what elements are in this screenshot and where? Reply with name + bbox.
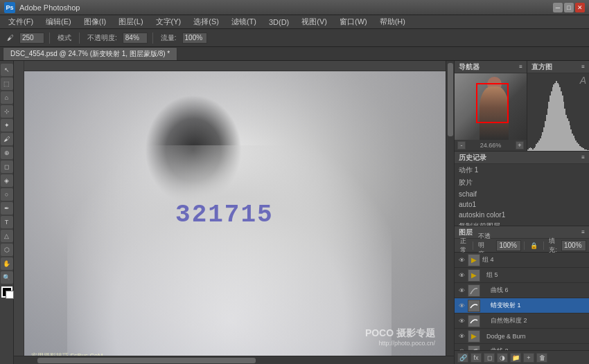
eraser-tool[interactable]: ◻ [1,161,13,173]
canvas-area[interactable]: 321715 POCO 摄影专题 http://photo.poco.cn/ 实… [14,61,446,356]
link-layers-button[interactable]: 🔗 [457,353,468,363]
layers-tb-sep3 [543,242,544,250]
history-item[interactable]: auto1 [455,199,589,210]
photo-code-text: 321715 [175,201,274,229]
history-item[interactable]: 复制当前图层 [455,220,589,226]
opacity-input[interactable] [123,33,148,44]
pen-tool[interactable]: ✒ [1,202,13,215]
clone-tool[interactable]: ⊕ [1,147,13,159]
nav-viewport-box[interactable] [476,83,509,123]
add-style-button[interactable]: fx [471,353,482,363]
layer-visibility-toggle[interactable]: 👁 [457,302,466,310]
layer-item[interactable]: 👁自然饱和度 2 [455,313,589,329]
brush-tool[interactable]: 🖌 [1,133,13,145]
layer-visibility-toggle[interactable]: 👁 [457,271,466,280]
history-item[interactable]: 胶片 [455,176,589,189]
toolbar-separator-2 [79,33,80,44]
layers-fill-label: 填充: [546,237,560,255]
history-list[interactable]: 动作 1胶片schaifauto1autoskin color1复制当前图层复制… [455,164,589,226]
menu-item-h[interactable]: 帮助(H) [374,15,411,28]
layers-menu[interactable]: ≡ [581,229,585,235]
watermark-poco: POCO 摄影专题 http://photo.poco.cn/ [365,327,435,347]
layer-visibility-toggle[interactable]: 👁 [457,286,466,295]
layer-item[interactable]: 👁曲线 6 [455,283,589,298]
new-layer-button[interactable]: + [523,353,534,363]
histogram-panel: 直方图 ≡ A [527,61,589,151]
menu-item-v[interactable]: 视图(V) [296,15,333,28]
history-item[interactable]: 动作 1 [455,164,589,176]
eyedropper-tool[interactable]: ✦ [1,119,13,131]
new-group-button[interactable]: 📁 [510,353,521,363]
zoom-tool[interactable]: 🔍 [1,271,13,284]
menu-item-i[interactable]: 图像(I) [78,15,112,28]
path-tool[interactable]: △ [1,230,13,242]
active-tab[interactable]: DSC_4554.psd @ 24.7% (新变映射 1, 图层蒙版/8) * [3,47,177,60]
vertical-scroll-thumb[interactable] [448,63,453,136]
foreground-color[interactable] [1,286,12,298]
layer-thumbnail: ▶ [468,269,480,282]
close-button[interactable]: ✕ [575,3,585,12]
horizontal-scroll-thumb[interactable] [37,358,256,363]
flow-input[interactable] [182,33,207,44]
layers-fill-input[interactable] [561,240,586,251]
menu-item-l[interactable]: 图层(L) [113,15,148,28]
layer-thumbnail: ▶ [468,330,480,343]
histogram-menu[interactable]: ≡ [581,64,585,70]
add-mask-button[interactable]: ◻ [484,353,495,363]
menu-item-dd[interactable]: 3D(D) [263,17,294,28]
maximize-button[interactable]: □ [564,3,574,12]
layer-item[interactable]: 👁▶Dodge & Burn [455,329,589,344]
brush-size-input[interactable] [19,33,44,44]
layer-item[interactable]: 👁蜡变映射 1 [455,298,589,313]
window-controls: ─ □ ✕ [553,3,585,12]
move-tool[interactable]: ↖ [1,64,13,76]
canvas-main-row: 321715 POCO 摄影专题 http://photo.poco.cn/ 实… [14,61,454,356]
layers-list[interactable]: 👁▶组 4👁▶组 5👁曲线 6👁蜡变映射 1👁自然饱和度 2👁▶Dodge & … [455,253,589,350]
menu-item-y[interactable]: 文字(Y) [150,15,187,28]
new-adjustment-button[interactable]: ◑ [497,353,508,363]
horizontal-scrollbar[interactable] [14,356,454,364]
layers-opacity-input[interactable] [496,240,521,251]
zoom-out-button[interactable]: - [457,141,466,149]
layer-thumbnail [468,300,480,312]
layer-visibility-toggle[interactable]: 👁 [457,256,466,264]
hand-tool[interactable]: ✋ [1,257,13,270]
minimize-button[interactable]: ─ [553,3,563,12]
crop-tool[interactable]: ⊹ [1,105,13,118]
history-item[interactable]: schaif [455,189,589,199]
history-item[interactable]: autoskin color1 [455,210,589,220]
text-tool[interactable]: T [1,216,13,228]
history-menu[interactable]: ≡ [581,154,585,161]
navigator-title: 导航器 [459,62,480,72]
shape-tool[interactable]: ⬡ [1,244,13,256]
zoom-in-button[interactable]: + [516,141,524,149]
background-color[interactable] [6,291,14,299]
menu-item-f[interactable]: 文件(F) [3,15,39,28]
menu-item-w[interactable]: 窗口(W) [334,15,373,28]
layer-visibility-toggle[interactable]: 👁 [457,317,466,325]
menu-item-e[interactable]: 编辑(E) [40,15,77,28]
menu-item-t[interactable]: 滤镜(T) [226,15,262,28]
menu-item-s[interactable]: 选择(S) [188,15,225,28]
marquee-tool[interactable]: ⬚ [1,78,13,90]
layer-name-label: Dodge & Burn [486,333,586,340]
navigator-menu[interactable]: ≡ [519,64,522,70]
layer-visibility-toggle[interactable]: 👁 [457,332,466,340]
layer-thumbnail [468,284,480,297]
layer-item[interactable]: 👁曲线 2 [455,344,589,350]
histogram-chart: A [527,73,589,151]
vertical-scrollbar[interactable] [446,61,454,356]
gradient-tool[interactable]: ◈ [1,174,13,187]
layers-tb-sep [473,242,473,250]
layer-item[interactable]: 👁▶组 5 [455,268,589,283]
navigator-preview[interactable] [455,73,527,140]
layer-item[interactable]: 👁▶组 4 [455,253,589,268]
layers-blend-label: 正常 [457,237,470,255]
dodge-tool[interactable]: ○ [1,188,13,201]
mode-label: 模式 [55,33,74,44]
lasso-tool[interactable]: ⌂ [1,91,13,104]
window-title: Adobe Photoshop [19,3,553,12]
delete-layer-button[interactable]: 🗑 [536,353,547,363]
nav-hist-row: 导航器 ≡ - 24.66% + [455,61,589,151]
watermark-url: http://photo.poco.cn/ [365,340,435,347]
